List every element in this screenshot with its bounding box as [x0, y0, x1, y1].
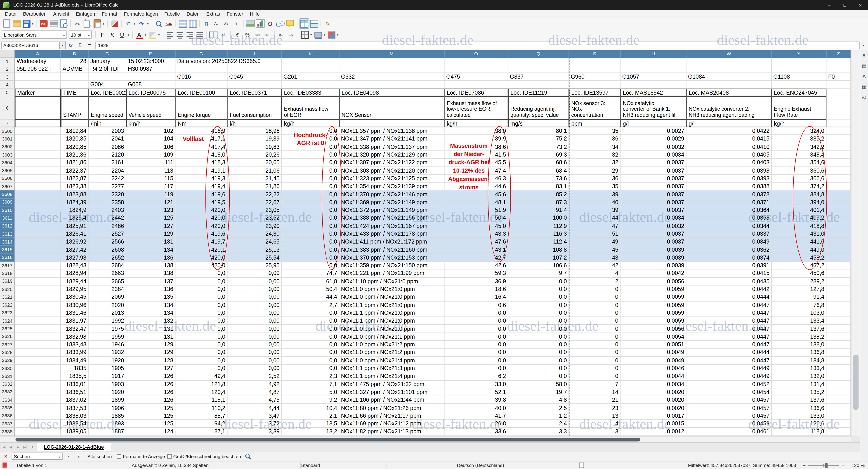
cell[interactable]: Loc. ENG247045: [772, 89, 827, 96]
row-header-3613[interactable]: 3613: [0, 230, 15, 238]
cell[interactable]: 4,44: [228, 404, 282, 412]
cell[interactable]: [827, 380, 851, 388]
cell[interactable]: 16,4: [445, 294, 508, 301]
row-header-3630[interactable]: 3630: [0, 365, 15, 372]
cell[interactable]: 1825,91: [61, 222, 88, 230]
cell[interactable]: 1823,38: [61, 182, 88, 191]
cell[interactable]: l/h: [228, 120, 282, 127]
cell[interactable]: 0,00: [228, 365, 282, 372]
cell[interactable]: 13,2: [282, 428, 340, 436]
cell[interactable]: NOx11:0 ppm / NOx21:4 ppm: [339, 357, 444, 365]
cell[interactable]: 1822,37: [61, 167, 88, 175]
cell[interactable]: 129: [126, 230, 176, 238]
cell[interactable]: NOx11:303 ppm / NOx21:120 ppm: [339, 167, 444, 175]
cell[interactable]: 1906: [89, 404, 126, 412]
cell[interactable]: 2277: [89, 182, 126, 191]
cell[interactable]: 2: [569, 278, 621, 286]
cell[interactable]: 0,0344: [686, 222, 772, 230]
spelling-icon[interactable]: ABC: [164, 19, 174, 28]
cell[interactable]: Wednesday: [15, 58, 61, 65]
cell[interactable]: 129: [126, 349, 176, 357]
cell[interactable]: 0,0: [508, 278, 569, 286]
cell[interactable]: G1057: [620, 73, 686, 81]
cell[interactable]: 15:02:23:4000: [126, 58, 176, 65]
cell[interactable]: 134: [126, 309, 176, 317]
cell[interactable]: 132,0: [772, 372, 827, 380]
column-header-I[interactable]: I: [228, 51, 282, 58]
cell[interactable]: [15, 262, 61, 270]
cell[interactable]: 1827,93: [61, 254, 88, 262]
cell[interactable]: 0,0457: [686, 396, 772, 404]
cell[interactable]: kg/h: [772, 120, 827, 127]
save-dropdown-icon[interactable]: [31, 22, 35, 25]
cell[interactable]: 0,0037: [620, 175, 686, 182]
cell[interactable]: [15, 317, 61, 325]
cell[interactable]: 80,1: [508, 127, 569, 135]
cell[interactable]: 0,0034: [620, 214, 686, 222]
cell[interactable]: 106,6: [508, 262, 569, 270]
cell[interactable]: 2527: [89, 230, 126, 238]
cell[interactable]: NOx11:370 ppm / NOx21:146 ppm: [339, 191, 444, 198]
menu-einfügen[interactable]: Einfügen: [72, 10, 98, 18]
cell[interactable]: Loc. IDE07086: [445, 89, 508, 96]
cell[interactable]: 21,86: [228, 182, 282, 191]
cell[interactable]: 0,0: [176, 286, 227, 294]
cell[interactable]: 126: [126, 380, 176, 388]
zoom-out-icon[interactable]: [802, 463, 807, 468]
cell[interactable]: [827, 396, 851, 404]
cell[interactable]: 0,0037: [620, 191, 686, 198]
row-header-3637[interactable]: 3637: [0, 420, 15, 428]
cell[interactable]: 126: [126, 396, 176, 404]
cell[interactable]: 116,3: [508, 230, 569, 238]
export-pdf-icon[interactable]: PDF: [39, 19, 49, 28]
cell[interactable]: 0,0: [176, 317, 227, 325]
row-header-3618[interactable]: 3618: [0, 270, 15, 277]
cell[interactable]: 324,0: [772, 127, 827, 135]
row-header-3600[interactable]: 3600: [0, 127, 15, 135]
cell[interactable]: 0,0: [176, 365, 227, 372]
cell[interactable]: 1920: [89, 357, 126, 365]
conditional-formatting-icon[interactable]: [327, 30, 340, 39]
cell[interactable]: 0,00: [228, 270, 282, 277]
cell[interactable]: 0,0054: [620, 333, 686, 341]
cell[interactable]: mg/s: [508, 120, 569, 127]
cell[interactable]: [15, 175, 61, 182]
cell[interactable]: 0,0337: [686, 230, 772, 238]
cell[interactable]: 4: [569, 270, 621, 277]
cell[interactable]: [569, 58, 621, 65]
cell[interactable]: [15, 206, 61, 214]
row-header-3614[interactable]: 3614: [0, 238, 15, 246]
cell[interactable]: NOx11:1 ppm / NOx21:4 ppm: [339, 372, 444, 380]
row-header-3602[interactable]: 3602: [0, 143, 15, 151]
cell[interactable]: Loc. IDE00100: [176, 89, 227, 96]
cell[interactable]: Marker: [15, 89, 61, 96]
new-document-icon[interactable]: [2, 19, 11, 28]
row-header-3635[interactable]: 3635: [0, 404, 15, 412]
cell[interactable]: 22,67: [228, 198, 282, 206]
column-header-Y[interactable]: Y: [772, 51, 827, 58]
cell[interactable]: 1835,5: [61, 372, 88, 380]
column-header-Z[interactable]: Z: [827, 51, 851, 58]
cell[interactable]: [15, 238, 61, 246]
cell[interactable]: NOx11:388 ppm / NOx21:156 ppm: [339, 214, 444, 222]
insert-column-icon[interactable]: [188, 19, 197, 28]
cell[interactable]: 20,65: [228, 159, 282, 167]
cell[interactable]: 0,0449: [686, 365, 772, 372]
cell[interactable]: 0,0457: [686, 404, 772, 412]
cell[interactable]: [339, 81, 444, 89]
cell[interactable]: 0,00: [228, 317, 282, 325]
cell[interactable]: 128: [126, 357, 176, 365]
cell[interactable]: H30 0987: [126, 65, 176, 73]
cell[interactable]: 107,2: [508, 254, 569, 262]
cell[interactable]: 1917: [89, 372, 126, 380]
cell[interactable]: g/l: [620, 120, 686, 127]
cell[interactable]: 0,0: [176, 333, 227, 341]
cell[interactable]: 0: [569, 349, 621, 357]
cell[interactable]: [15, 159, 61, 167]
cell[interactable]: 36: [569, 135, 621, 143]
cell[interactable]: 0: [569, 309, 621, 317]
cell[interactable]: 112,4: [508, 238, 569, 246]
cell[interactable]: 0,0: [176, 278, 227, 286]
cell[interactable]: 133,4: [772, 365, 827, 372]
cell[interactable]: 2403: [89, 206, 126, 214]
